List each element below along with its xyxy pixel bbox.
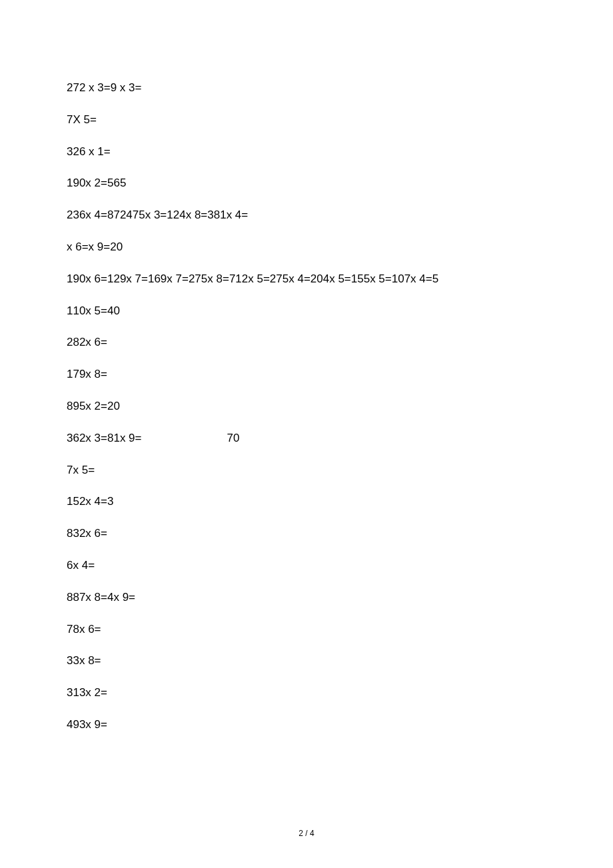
text-line: 33x 8=: [67, 653, 546, 669]
page-number: 2 / 4: [0, 829, 613, 838]
text-line: 832x 6=: [67, 526, 546, 542]
text-line: 362x 3=81x 9= 70: [67, 430, 546, 446]
text-line: 7x 5=: [67, 462, 546, 478]
text-line: 313x 2=: [67, 685, 546, 701]
text-line: 179x 8=: [67, 366, 546, 382]
text-line: 190x 6=129x 7=169x 7=275x 8=712x 5=275x …: [67, 271, 546, 287]
text-line: 236x 4=872475x 3=124x 8=381x 4=: [67, 207, 546, 223]
text-line: 110x 5=40: [67, 303, 546, 319]
text-line: 272 x 3=9 x 3=: [67, 80, 546, 96]
text-line: 887x 8=4x 9=: [67, 590, 546, 606]
text-line: 7X 5=: [67, 112, 546, 128]
text-line: 78x 6=: [67, 622, 546, 638]
text-line: 493x 9=: [67, 717, 546, 733]
text-line: 895x 2=20: [67, 398, 546, 414]
text-segment: 70: [227, 430, 239, 446]
text-line: x 6=x 9=20: [67, 239, 546, 255]
text-segment: 362x 3=81x 9=: [67, 430, 141, 446]
text-line: 326 x 1=: [67, 144, 546, 160]
text-line: 190x 2=565: [67, 175, 546, 191]
text-line: 282x 6=: [67, 334, 546, 350]
text-line: 152x 4=3: [67, 494, 546, 510]
text-line: 6x 4=: [67, 558, 546, 574]
